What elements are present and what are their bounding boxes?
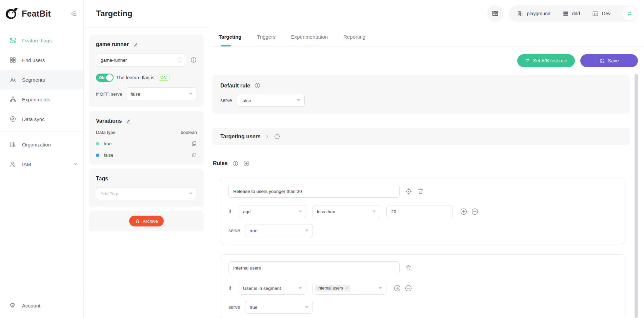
vertical-scrollbar[interactable] [635,74,638,318]
docs-button[interactable] [487,5,503,22]
sidebar-collapse-icon[interactable] [71,10,77,17]
data-type-label: Data type [96,130,116,135]
sidebar-item-label: Experiments [22,97,50,102]
add-condition-icon[interactable] [460,208,467,215]
tab-triggers[interactable]: Triggers [257,27,275,46]
rule-property-select[interactable]: User is in segment [239,282,306,295]
caret-down-icon [373,211,376,213]
tab-label: Targeting [219,34,241,40]
rules-info-icon[interactable] [232,160,239,167]
add-tags-select[interactable]: Add Tags [96,187,197,200]
floppy-icon [600,58,605,63]
targeting-users-card: Targeting users [212,128,630,145]
if-off-serve-select[interactable]: false [126,87,197,100]
remove-condition-icon[interactable] [471,208,479,215]
toggle-knob [106,74,113,81]
data-type-value: boolean [181,130,197,135]
delete-rule-icon[interactable] [405,264,412,271]
topbar: Targeting [84,0,644,27]
serve-label: serve [228,228,240,233]
set-ab-test-rule-button[interactable]: Set A/B test rule [517,54,575,67]
if-label: If [228,209,233,214]
variation-true-dot [96,142,99,145]
archive-button[interactable]: Archive [129,216,164,226]
rule-value-input[interactable] [386,205,453,218]
edit-variations-button[interactable] [126,118,131,124]
serve-label: serve [220,98,232,103]
sidebar-item-experiments[interactable]: Experiments [0,90,83,109]
rule-serve-select[interactable]: true [245,301,313,314]
caret-down-icon [299,287,302,289]
delete-rule-icon[interactable] [417,188,424,195]
target-rule-icon[interactable] [405,188,412,195]
sidebar-header: FeatBit [0,0,83,27]
rule-operator-select[interactable]: less than [313,205,380,218]
copy-flag-key-button[interactable] [177,57,183,63]
caret-down-icon [299,211,302,213]
targeting-content: Targeting Triggers Experimentation Repor… [211,27,644,318]
switch-environment-button[interactable] [623,7,636,20]
add-rule-icon[interactable] [243,160,250,167]
copy-icon [191,152,197,158]
tags-title: Tags [96,176,108,182]
edit-flag-name-button[interactable] [133,42,139,47]
default-rule-info-icon[interactable] [254,82,261,89]
building-icon [517,11,523,17]
rule-name-input[interactable] [228,185,400,198]
chevron-down-icon[interactable] [73,162,78,166]
sync-icon [9,116,16,122]
tab-targeting[interactable]: Targeting [219,27,241,46]
rule-property-select[interactable]: age [239,205,306,218]
sidebar-item-account[interactable]: Account [0,296,83,315]
swap-icon [626,10,633,17]
targeting-users-expand-icon[interactable] [265,134,270,139]
chip-remove-icon[interactable] [345,286,348,291]
sidebar-item-label: Segments [22,77,45,83]
sidebar-item-data-sync[interactable]: Data sync [0,109,83,129]
env-item[interactable]: Dev [592,11,610,17]
targeting-users-info-icon[interactable] [274,133,280,140]
segment-multiselect[interactable]: internal users [313,282,386,295]
project-item[interactable]: playground [517,11,550,17]
flag-key-info-icon[interactable] [190,57,197,63]
variation-row-false: false [96,152,197,158]
team-icon [9,76,16,83]
flag-key-input[interactable] [96,54,186,66]
sidebar-item-label: Feature flags [22,38,52,43]
default-rule-serve-select[interactable]: false [237,94,305,107]
sidebar-spacer [0,174,83,294]
tab-reporting[interactable]: Reporting [343,27,365,46]
caret-down-icon [189,193,193,195]
caret-down-icon [305,230,308,232]
variation-label: true [104,141,112,146]
group-item[interactable]: ddd [563,11,580,17]
sidebar-item-organization[interactable]: Organization [0,135,83,154]
copy-variation-button[interactable] [191,141,197,146]
archive-label: Archive [143,219,158,224]
rule-name-input[interactable] [228,261,400,274]
tab-experimentation[interactable]: Experimentation [291,27,328,46]
save-button[interactable]: Save [580,54,638,67]
flag-status-text: The feature flag is [116,75,154,80]
feature-flag-toggle[interactable]: ON [96,74,114,82]
body-row: game runner [84,27,644,318]
rule-serve-select[interactable]: true [245,224,313,237]
sidebar-item-iam[interactable]: IAM [0,154,83,174]
sidebar-item-end-users[interactable]: End users [0,50,83,70]
group-name: ddd [572,11,580,16]
tab-label: Reporting [343,34,365,40]
variations-title: Variations [96,118,122,124]
rule-card: If age less than [220,178,625,244]
actions-row: Set A/B test rule Save [212,54,638,67]
copy-variation-button[interactable] [191,152,197,158]
pencil-icon [133,42,139,47]
add-condition-icon[interactable] [394,284,401,292]
flag-name: game runner [96,41,129,47]
sidebar-item-feature-flags[interactable]: Feature flags [0,31,83,50]
remove-condition-icon[interactable] [405,284,412,292]
rule-operator-value: less than [317,209,335,214]
environment-switcher: playground ddd [509,5,638,22]
sidebar-item-segments[interactable]: Segments [0,70,83,90]
tab-bar: Targeting Triggers Experimentation Repor… [211,27,644,47]
sidebar-item-label: Organization [22,142,51,147]
